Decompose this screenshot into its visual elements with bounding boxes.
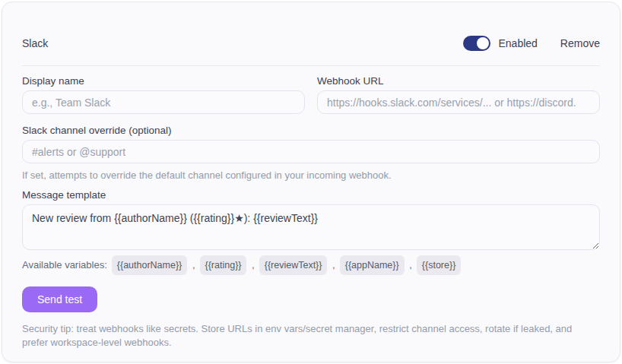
- message-template-field: Message template New review from {{autho…: [22, 189, 600, 250]
- webhook-url-label: Webhook URL: [317, 75, 600, 87]
- chip-separator: ,: [189, 259, 195, 271]
- display-name-input[interactable]: [22, 90, 305, 114]
- variable-chips: {{authorName}} ,{{rating}} ,{{reviewText…: [107, 259, 462, 271]
- send-test-button[interactable]: Send test: [22, 286, 97, 312]
- available-variables-label: Available variables:: [22, 259, 107, 271]
- security-tip: Security tip: treat webhooks like secret…: [22, 322, 585, 350]
- chip-separator: ,: [329, 259, 335, 271]
- card-header: Slack Enabled Remove: [22, 36, 600, 51]
- remove-button[interactable]: Remove: [560, 37, 600, 49]
- message-template-label: Message template: [22, 189, 600, 201]
- variable-chip: {{authorName}}: [112, 255, 188, 275]
- name-url-row: Display name Webhook URL: [22, 75, 600, 114]
- slack-integration-card: Slack Enabled Remove Display name Webhoo…: [2, 2, 620, 362]
- channel-override-field: Slack channel override (optional): [22, 125, 600, 163]
- display-name-label: Display name: [22, 75, 305, 87]
- variable-chip: {{store}}: [417, 255, 462, 275]
- header-divider: [22, 65, 600, 66]
- channel-override-input[interactable]: [22, 140, 600, 163]
- toggle-state-label: Enabled: [498, 37, 537, 49]
- available-variables: Available variables:{{authorName}} ,{{ra…: [22, 255, 600, 275]
- webhook-url-input[interactable]: [317, 90, 600, 114]
- integration-title: Slack: [22, 37, 48, 49]
- enabled-toggle[interactable]: [463, 36, 490, 51]
- channel-override-label: Slack channel override (optional): [22, 125, 600, 136]
- header-actions: Enabled Remove: [463, 36, 600, 51]
- variable-chip: {{rating}}: [200, 255, 247, 275]
- variable-chip: {{appName}}: [340, 255, 405, 275]
- variable-chip: {{reviewText}}: [259, 255, 328, 275]
- display-name-field: Display name: [22, 75, 305, 114]
- channel-override-help: If set, attempts to override the default…: [22, 169, 600, 181]
- webhook-url-field: Webhook URL: [317, 75, 600, 114]
- toggle-knob-icon: [477, 37, 489, 49]
- message-template-input[interactable]: New review from {{authorName}} ({{rating…: [22, 204, 600, 250]
- chip-separator: ,: [249, 259, 254, 271]
- chip-separator: ,: [407, 259, 412, 271]
